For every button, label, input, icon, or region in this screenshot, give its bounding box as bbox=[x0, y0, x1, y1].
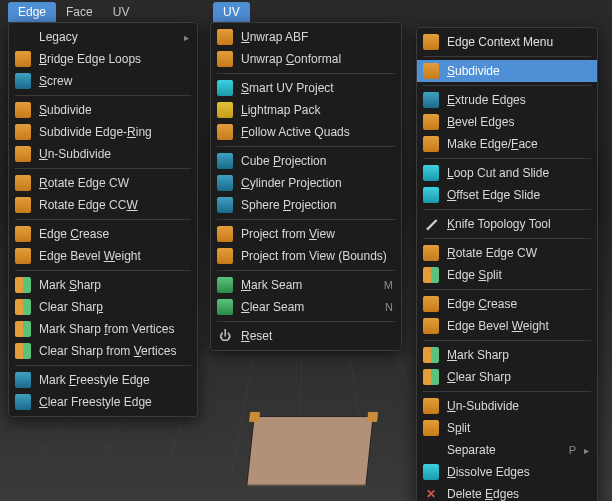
ctx-item-mark-sharp[interactable]: Mark Sharp bbox=[417, 344, 597, 366]
separator bbox=[217, 219, 395, 220]
ctx-label-clear-sharp: Clear Sharp bbox=[447, 370, 589, 384]
tab-uv[interactable]: UV bbox=[103, 2, 140, 22]
edge-label-rotate-edge-cw: Rotate Edge CW bbox=[39, 176, 189, 190]
ctx-title: Edge Context Menu bbox=[417, 31, 597, 53]
uv-item-unwrap-conformal[interactable]: Unwrap Conformal bbox=[211, 48, 401, 70]
edge-item-mark-sharp[interactable]: Mark Sharp bbox=[9, 274, 197, 296]
blue-cube-icon bbox=[217, 175, 233, 191]
uv-item-reset[interactable]: ⏻Reset bbox=[211, 325, 401, 347]
tab-uv[interactable]: UV bbox=[213, 2, 250, 22]
uv-item-follow-active-quads[interactable]: Follow Active Quads bbox=[211, 121, 401, 143]
uv-item-smart-uv-project[interactable]: Smart UV Project bbox=[211, 77, 401, 99]
yellow-cube-icon bbox=[217, 102, 233, 118]
separator bbox=[217, 146, 395, 147]
edge-label-bridge-edge-loops: Bridge Edge Loops bbox=[39, 52, 189, 66]
grid-cube-icon bbox=[217, 29, 233, 45]
ctx-item-knife-topology-tool[interactable]: Knife Topology Tool bbox=[417, 213, 597, 235]
uv-item-sphere-projection[interactable]: Sphere Projection bbox=[211, 194, 401, 216]
edge-item-clear-sharp-from-vertices[interactable]: Clear Sharp from Vertices bbox=[9, 340, 197, 362]
green-cube-icon bbox=[217, 299, 233, 315]
ctx-item-bevel-edges[interactable]: Bevel Edges bbox=[417, 111, 597, 133]
edge-label-edge-crease: Edge Crease bbox=[39, 227, 189, 241]
ctx-item-subdivide[interactable]: Subdivide bbox=[417, 60, 597, 82]
ctx-item-edge-split[interactable]: Edge Split bbox=[417, 264, 597, 286]
edge-item-bridge-edge-loops[interactable]: Bridge Edge Loops bbox=[9, 48, 197, 70]
ctx-title-label: Edge Context Menu bbox=[447, 35, 589, 49]
menubar-right: UV bbox=[213, 2, 250, 22]
ctx-item-separate[interactable]: SeparateP▸ bbox=[417, 439, 597, 461]
ctx-item-make-edge-face[interactable]: Make Edge/Face bbox=[417, 133, 597, 155]
uv-item-mark-seam[interactable]: Mark SeamM bbox=[211, 274, 401, 296]
separator bbox=[217, 73, 395, 74]
mix-cube-icon bbox=[423, 267, 439, 283]
blank-icon bbox=[423, 442, 439, 458]
uv-label-project-from-view: Project from View bbox=[241, 227, 393, 241]
ctx-label-subdivide: Subdivide bbox=[447, 64, 589, 78]
ctx-item-split[interactable]: Split bbox=[417, 417, 597, 439]
edge-item-rotate-edge-ccw[interactable]: Rotate Edge CCW bbox=[9, 194, 197, 216]
uv-label-project-from-view-bounds: Project from View (Bounds) bbox=[241, 249, 393, 263]
edge-item-clear-freestyle-edge[interactable]: Clear Freestyle Edge bbox=[9, 391, 197, 413]
uv-item-lightmap-pack[interactable]: Lightmap Pack bbox=[211, 99, 401, 121]
submenu-arrow-icon: ▸ bbox=[184, 32, 189, 43]
grid-cube-icon bbox=[423, 318, 439, 334]
uv-label-follow-active-quads: Follow Active Quads bbox=[241, 125, 393, 139]
mix-cube-icon bbox=[15, 277, 31, 293]
edge-label-mark-sharp-from-vertices: Mark Sharp from Vertices bbox=[39, 322, 189, 336]
edge-label-clear-sharp: Clear Sharp bbox=[39, 300, 189, 314]
edge-item-rotate-edge-cw[interactable]: Rotate Edge CW bbox=[9, 172, 197, 194]
blue-cube-icon bbox=[217, 197, 233, 213]
ctx-item-edge-bevel-weight[interactable]: Edge Bevel Weight bbox=[417, 315, 597, 337]
edge-item-legacy[interactable]: Legacy▸ bbox=[9, 26, 197, 48]
ctx-item-delete-edges[interactable]: ✕Delete Edges bbox=[417, 483, 597, 501]
grid-cube-icon bbox=[217, 124, 233, 140]
separator bbox=[423, 391, 591, 392]
edge-item-edge-crease[interactable]: Edge Crease bbox=[9, 223, 197, 245]
edge-item-mark-freestyle-edge[interactable]: Mark Freestyle Edge bbox=[9, 369, 197, 391]
tab-face[interactable]: Face bbox=[56, 2, 103, 22]
edge-item-edge-bevel-weight[interactable]: Edge Bevel Weight bbox=[9, 245, 197, 267]
edge-item-screw[interactable]: Screw bbox=[9, 70, 197, 92]
edge-item-mark-sharp-from-vertices[interactable]: Mark Sharp from Vertices bbox=[9, 318, 197, 340]
separator bbox=[15, 365, 191, 366]
edge-item-subdivide-edge-ring[interactable]: Subdivide Edge-Ring bbox=[9, 121, 197, 143]
grid-cube-icon bbox=[15, 248, 31, 264]
uv-item-cylinder-projection[interactable]: Cylinder Projection bbox=[211, 172, 401, 194]
uv-label-sphere-projection: Sphere Projection bbox=[241, 198, 393, 212]
grid-cube-icon bbox=[423, 63, 439, 79]
grid-cube-icon bbox=[15, 146, 31, 162]
edge-item-clear-sharp[interactable]: Clear Sharp bbox=[9, 296, 197, 318]
viewport-cube-object[interactable] bbox=[246, 416, 373, 486]
ctx-item-clear-sharp[interactable]: Clear Sharp bbox=[417, 366, 597, 388]
grid-cube-icon bbox=[15, 124, 31, 140]
edge-item-subdivide[interactable]: Subdivide bbox=[9, 99, 197, 121]
ctx-item-extrude-edges[interactable]: Extrude Edges bbox=[417, 89, 597, 111]
edge-label-mark-sharp: Mark Sharp bbox=[39, 278, 189, 292]
uv-label-cube-projection: Cube Projection bbox=[241, 154, 393, 168]
ctx-label-delete-edges: Delete Edges bbox=[447, 487, 589, 501]
uv-item-unwrap-abf[interactable]: Unwrap ABF bbox=[211, 26, 401, 48]
menubar-left: EdgeFaceUV bbox=[8, 2, 139, 22]
uv-item-cube-projection[interactable]: Cube Projection bbox=[211, 150, 401, 172]
uv-item-project-from-view[interactable]: Project from View bbox=[211, 223, 401, 245]
ctx-item-edge-crease[interactable]: Edge Crease bbox=[417, 293, 597, 315]
uv-label-clear-seam: Clear Seam bbox=[241, 300, 361, 314]
blue-cube-icon bbox=[15, 394, 31, 410]
edge-item-un-subdivide[interactable]: Un-Subdivide bbox=[9, 143, 197, 165]
uv-item-project-from-view-bounds[interactable]: Project from View (Bounds) bbox=[211, 245, 401, 267]
separator bbox=[423, 158, 591, 159]
ctx-label-edge-bevel-weight: Edge Bevel Weight bbox=[447, 319, 589, 333]
tab-edge[interactable]: Edge bbox=[8, 2, 56, 22]
ctx-item-un-subdivide[interactable]: Un-Subdivide bbox=[417, 395, 597, 417]
uv-item-clear-seam[interactable]: Clear SeamN bbox=[211, 296, 401, 318]
ctx-label-split: Split bbox=[447, 421, 589, 435]
ctx-item-dissolve-edges[interactable]: Dissolve Edges bbox=[417, 461, 597, 483]
ctx-item-rotate-edge-cw[interactable]: Rotate Edge CW bbox=[417, 242, 597, 264]
separator bbox=[423, 85, 591, 86]
ctx-item-offset-edge-slide[interactable]: Offset Edge Slide bbox=[417, 184, 597, 206]
ctx-item-loop-cut-and-slide[interactable]: Loop Cut and Slide bbox=[417, 162, 597, 184]
ctx-label-un-subdivide: Un-Subdivide bbox=[447, 399, 589, 413]
mix-cube-icon bbox=[423, 369, 439, 385]
separator bbox=[423, 340, 591, 341]
grid-cube-icon bbox=[15, 175, 31, 191]
